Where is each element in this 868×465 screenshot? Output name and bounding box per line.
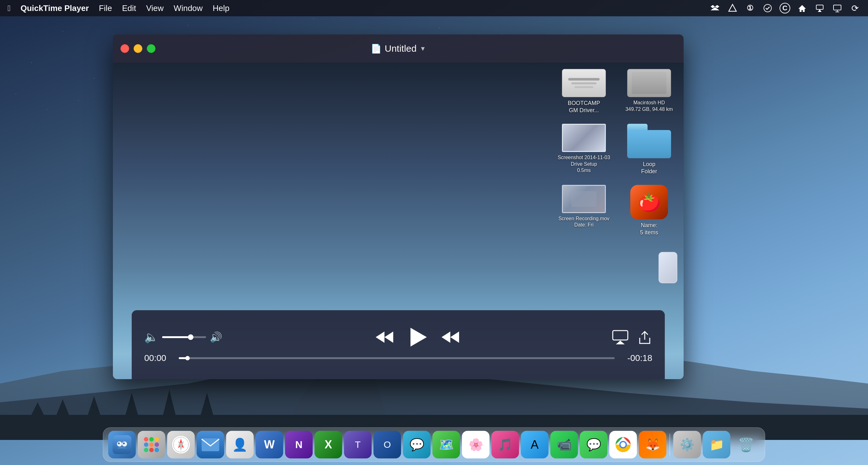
- dock-item-finder[interactable]: [108, 431, 136, 458]
- svg-point-30: [149, 437, 154, 441]
- time-remaining: -00:18: [621, 353, 652, 363]
- dock-item-skype[interactable]: 💬: [403, 431, 431, 458]
- icon-row-2: Screenshot 2014-11-03Drive Setup0.5ms Lo…: [556, 124, 677, 175]
- dock-item-messages[interactable]: 💬: [580, 431, 608, 458]
- timemachine-icon[interactable]: ⟳: [849, 2, 861, 14]
- quicktime-window: 📄 Untitled ▼ BOOTCAMPGM Driver...: [113, 34, 684, 379]
- menu-help[interactable]: Help: [213, 3, 229, 13]
- menubar:  QuickTime Player File Edit View Window…: [0, 0, 868, 16]
- dock-item-word[interactable]: W: [255, 431, 283, 458]
- dock-item-photos[interactable]: 🌸: [462, 431, 490, 458]
- video-desktop-icons: BOOTCAMPGM Driver... Macintosh HD349.72 …: [556, 69, 677, 283]
- svg-marker-9: [729, 4, 736, 11]
- drive-icon-2[interactable]: Macintosh HD349.72 GB, 94.48 km: [621, 69, 677, 114]
- menu-view[interactable]: View: [146, 3, 164, 13]
- share-button[interactable]: [637, 329, 652, 345]
- svg-point-29: [144, 437, 148, 441]
- dropbox-icon[interactable]: [709, 2, 721, 14]
- dock-item-onenote[interactable]: N: [285, 431, 313, 458]
- svg-rect-21: [613, 331, 628, 340]
- menubar-right: ① C: [709, 2, 861, 14]
- volume-low-icon[interactable]: 🔈: [144, 331, 158, 344]
- svg-marker-11: [798, 5, 806, 12]
- volume-slider[interactable]: [162, 336, 206, 338]
- minimize-button[interactable]: [133, 44, 143, 53]
- traffic-lights: [120, 44, 156, 53]
- dock-item-safari[interactable]: [167, 431, 195, 458]
- home-icon[interactable]: [797, 2, 808, 14]
- dock-item-contacts[interactable]: 👤: [226, 431, 254, 458]
- progress-thumb[interactable]: [185, 356, 190, 360]
- iphone-icon: [658, 252, 677, 283]
- title-chevron-icon[interactable]: ▼: [420, 45, 426, 52]
- svg-point-33: [149, 442, 154, 447]
- playback-controls: [375, 326, 460, 348]
- dock-item-teams[interactable]: T: [344, 431, 372, 458]
- svg-rect-44: [202, 438, 219, 451]
- dock-item-excel[interactable]: X: [314, 431, 342, 458]
- menu-window[interactable]: Window: [174, 3, 203, 13]
- dock-item-system-prefs[interactable]: ⚙️: [673, 431, 701, 458]
- app-tomato-icon[interactable]: 🍅 Name:5 items: [621, 185, 677, 237]
- screenshot-icon-1[interactable]: Screenshot 2014-11-03Drive Setup0.5ms: [556, 124, 612, 175]
- airplay-menubar-icon[interactable]: [814, 2, 825, 14]
- progress-bar[interactable]: [179, 357, 615, 359]
- dock-item-folder[interactable]: 📁: [703, 431, 730, 458]
- title-document-icon: 📄: [371, 43, 382, 54]
- current-time: 00:00: [144, 353, 173, 363]
- google-drive-icon[interactable]: [727, 2, 738, 14]
- menu-edit[interactable]: Edit: [122, 3, 136, 13]
- dock-item-launchpad[interactable]: [138, 431, 165, 458]
- svg-marker-5: [715, 5, 719, 8]
- svg-marker-20: [450, 332, 459, 343]
- titlebar: 📄 Untitled ▼: [113, 34, 684, 63]
- video-area: BOOTCAMPGM Driver... Macintosh HD349.72 …: [113, 63, 684, 379]
- dock-item-outlook[interactable]: O: [373, 431, 401, 458]
- svg-point-35: [144, 448, 148, 452]
- controls-overlay: 🔈 🔊: [132, 310, 665, 379]
- play-button[interactable]: [406, 326, 428, 348]
- svg-point-37: [155, 448, 159, 452]
- volume-fill: [162, 336, 191, 338]
- controls-top-row: 🔈 🔊: [144, 326, 652, 348]
- volume-control: 🔈 🔊: [144, 331, 222, 344]
- window-title: 📄 Untitled ▼: [371, 43, 426, 54]
- dock-item-mail[interactable]: [197, 431, 224, 458]
- dock-item-facetime[interactable]: 📹: [550, 431, 578, 458]
- drive-icon-1[interactable]: BOOTCAMPGM Driver...: [556, 69, 612, 114]
- apple-menu[interactable]: : [7, 3, 11, 13]
- progress-row: 00:00 -00:18: [144, 353, 652, 363]
- volume-high-icon[interactable]: 🔊: [210, 331, 222, 343]
- fast-forward-button[interactable]: [441, 330, 460, 344]
- close-button[interactable]: [120, 44, 129, 53]
- svg-point-47: [621, 442, 626, 447]
- airplay-button[interactable]: [612, 330, 628, 344]
- dock-item-itunes[interactable]: 🎵: [491, 431, 519, 458]
- maximize-button[interactable]: [147, 44, 156, 53]
- app-menu-quicktime[interactable]: QuickTime Player: [21, 3, 89, 13]
- menu-file[interactable]: File: [99, 3, 112, 13]
- folder-icon[interactable]: LoopFolder: [621, 124, 677, 175]
- dock-item-trash[interactable]: 🗑️: [732, 431, 760, 458]
- volume-thumb[interactable]: [188, 334, 193, 340]
- play-triangle-icon: [410, 328, 427, 346]
- svg-rect-12: [816, 5, 823, 9]
- dock-item-maps[interactable]: 🗺️: [432, 431, 460, 458]
- svg-marker-4: [711, 5, 715, 8]
- checkmark-icon[interactable]: [762, 2, 773, 14]
- onepassword-icon[interactable]: ①: [744, 2, 756, 14]
- screenshot-icon-2[interactable]: Screen Recording.movDate: Fri: [556, 185, 612, 237]
- dock-item-appstore[interactable]: A: [521, 431, 549, 458]
- svg-point-31: [155, 437, 159, 441]
- menubar-left:  QuickTime Player File Edit View Window…: [7, 3, 229, 13]
- svg-marker-18: [376, 332, 384, 343]
- svg-marker-22: [616, 341, 625, 344]
- svg-point-32: [144, 442, 148, 447]
- dock-item-chrome[interactable]: [609, 431, 637, 458]
- rewind-button[interactable]: [375, 330, 394, 344]
- svg-point-34: [155, 442, 159, 447]
- screenconnect-icon[interactable]: [832, 2, 843, 14]
- carboncopy-icon[interactable]: C: [780, 3, 790, 13]
- svg-point-27: [118, 442, 120, 444]
- dock-item-firefox[interactable]: 🦊: [639, 431, 666, 458]
